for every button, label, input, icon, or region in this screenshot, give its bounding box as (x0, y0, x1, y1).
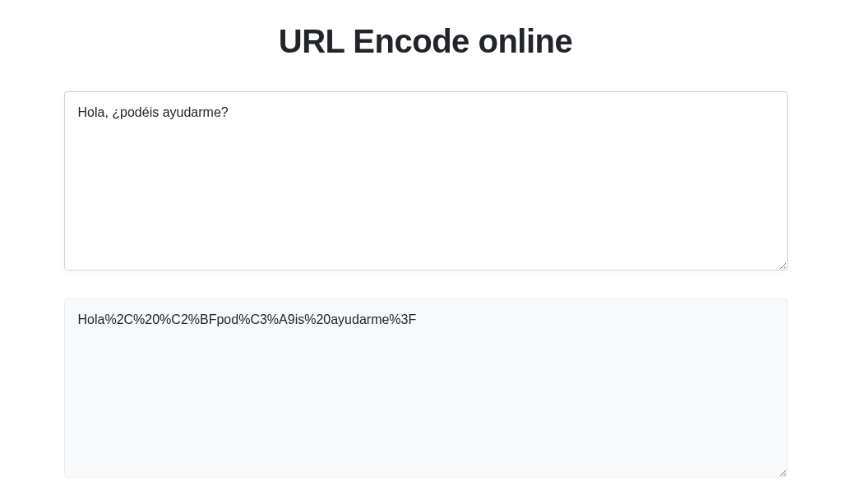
output-textarea[interactable] (64, 298, 788, 478)
page-title: URL Encode online (64, 23, 788, 60)
input-textarea[interactable] (64, 91, 788, 270)
